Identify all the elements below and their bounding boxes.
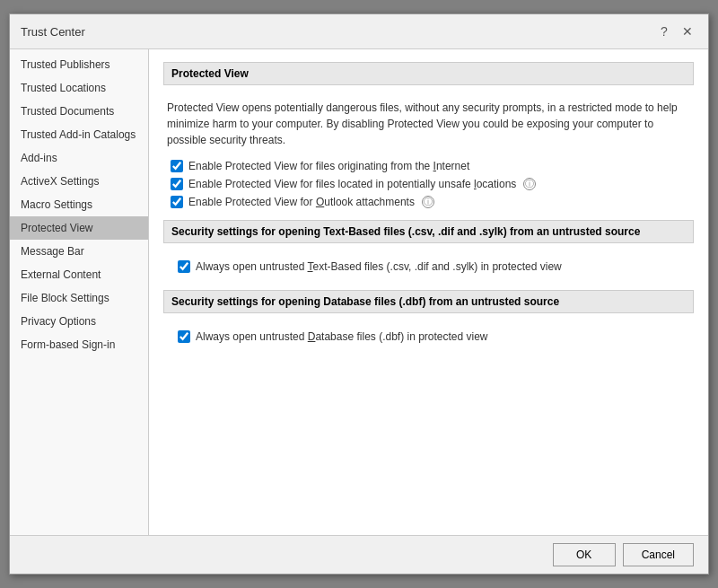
checkbox-unsafe-locations-label: Enable Protected View for files located …	[188, 178, 516, 190]
checkbox-database-label: Always open untrusted Database files (.d…	[196, 330, 488, 343]
sidebar-item-trusted-add-in-catalogs[interactable]: Trusted Add-in Catalogs	[10, 123, 148, 146]
help-button[interactable]: ?	[654, 22, 674, 41]
sidebar-item-trusted-publishers[interactable]: Trusted Publishers	[10, 53, 148, 76]
dialog-title: Trust Center	[21, 25, 85, 39]
title-bar-controls: ? ✕	[654, 22, 697, 41]
checkbox-textbased[interactable]	[178, 260, 190, 273]
sidebar-item-message-bar[interactable]: Message Bar	[10, 240, 148, 263]
sidebar-item-add-ins[interactable]: Add-ins	[10, 146, 148, 170]
text-checkbox-section: Always open untrusted Text-Based files (…	[163, 252, 694, 281]
title-bar: Trust Center ? ✕	[10, 14, 708, 49]
dialog-footer: OK Cancel	[10, 535, 708, 574]
protected-view-header: Protected View	[163, 62, 694, 85]
checkbox-database[interactable]	[178, 330, 190, 343]
sidebar-item-trusted-documents[interactable]: Trusted Documents	[10, 100, 148, 123]
unsafe-locations-info-icon[interactable]: ⓘ	[523, 178, 536, 190]
protected-view-desc: Protected View opens potentially dangero…	[163, 94, 694, 157]
checkbox-internet-label: Enable Protected View for files originat…	[188, 160, 469, 172]
sidebar-item-privacy-options[interactable]: Privacy Options	[10, 310, 148, 333]
sidebar-item-activex-settings[interactable]: ActiveX Settings	[10, 170, 148, 193]
content-area: Protected View Protected View opens pote…	[149, 49, 708, 535]
ok-button[interactable]: OK	[553, 543, 616, 566]
checkbox-unsafe-locations-row: Enable Protected View for files located …	[163, 175, 694, 193]
checkbox-outlook-label: Enable Protected View for Outlook attach…	[188, 196, 415, 208]
trust-center-dialog: Trust Center ? ✕ Trusted PublishersTrust…	[9, 13, 709, 575]
checkbox-textbased-label: Always open untrusted Text-Based files (…	[196, 260, 562, 273]
sidebar-item-form-based-sign-in[interactable]: Form-based Sign-in	[10, 333, 148, 356]
checkbox-outlook-row: Enable Protected View for Outlook attach…	[163, 193, 694, 211]
dialog-body: Trusted PublishersTrusted LocationsTrust…	[10, 49, 708, 535]
checkbox-outlook[interactable]	[171, 196, 183, 208]
sidebar-item-macro-settings[interactable]: Macro Settings	[10, 193, 148, 216]
text-section-header: Security settings for opening Text-Based…	[163, 220, 694, 243]
sidebar-item-file-block-settings[interactable]: File Block Settings	[10, 286, 148, 310]
checkbox-database-row: Always open untrusted Database files (.d…	[171, 328, 687, 346]
checkbox-unsafe-locations[interactable]	[171, 178, 183, 190]
close-button[interactable]: ✕	[678, 22, 697, 41]
sidebar-item-external-content[interactable]: External Content	[10, 263, 148, 286]
db-checkbox-section: Always open untrusted Database files (.d…	[163, 322, 694, 351]
sidebar: Trusted PublishersTrusted LocationsTrust…	[10, 49, 149, 535]
outlook-info-icon[interactable]: ⓘ	[422, 196, 434, 208]
sidebar-item-trusted-locations[interactable]: Trusted Locations	[10, 76, 148, 100]
db-section-header: Security settings for opening Database f…	[163, 290, 694, 313]
checkbox-internet-row: Enable Protected View for files originat…	[163, 157, 694, 175]
cancel-button[interactable]: Cancel	[623, 543, 694, 566]
sidebar-item-protected-view[interactable]: Protected View	[10, 216, 148, 240]
checkbox-internet[interactable]	[171, 160, 183, 172]
checkbox-textbased-row: Always open untrusted Text-Based files (…	[171, 258, 687, 276]
